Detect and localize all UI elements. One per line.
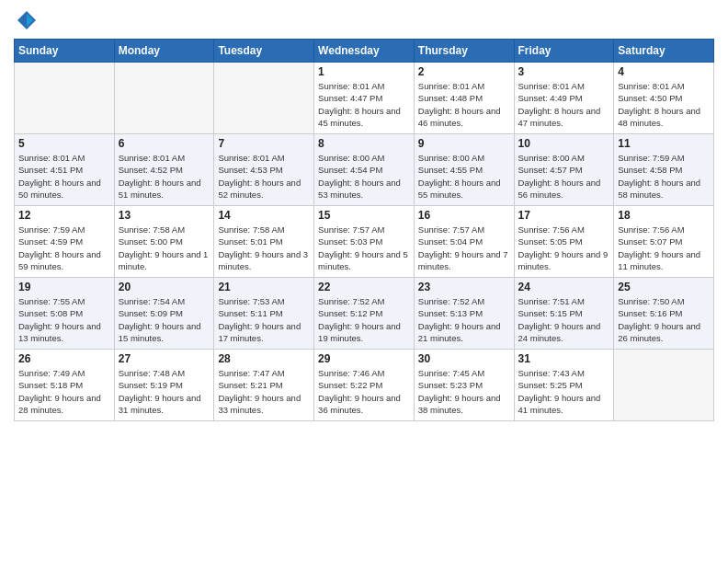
day-info: Sunrise: 7:55 AM Sunset: 5:08 PM Dayligh… bbox=[18, 295, 110, 344]
day-number: 27 bbox=[119, 352, 210, 365]
calendar-cell: 16Sunrise: 7:57 AM Sunset: 5:04 PM Dayli… bbox=[414, 206, 514, 278]
day-number: 28 bbox=[218, 352, 310, 365]
calendar: SundayMondayTuesdayWednesdayThursdayFrid… bbox=[14, 39, 714, 421]
calendar-cell: 22Sunrise: 7:52 AM Sunset: 5:12 PM Dayli… bbox=[314, 278, 415, 350]
calendar-cell: 31Sunrise: 7:43 AM Sunset: 5:25 PM Dayli… bbox=[514, 350, 614, 421]
calendar-cell: 15Sunrise: 7:57 AM Sunset: 5:03 PM Dayli… bbox=[314, 206, 415, 278]
calendar-cell: 21Sunrise: 7:53 AM Sunset: 5:11 PM Dayli… bbox=[214, 278, 314, 350]
day-info: Sunrise: 7:57 AM Sunset: 5:03 PM Dayligh… bbox=[318, 224, 410, 272]
calendar-cell: 6Sunrise: 8:01 AM Sunset: 4:52 PM Daylig… bbox=[114, 134, 214, 206]
day-info: Sunrise: 7:58 AM Sunset: 5:01 PM Dayligh… bbox=[218, 224, 310, 272]
day-number: 5 bbox=[18, 137, 110, 150]
day-number: 16 bbox=[418, 209, 510, 222]
calendar-cell bbox=[15, 63, 115, 134]
day-number: 18 bbox=[618, 209, 710, 222]
day-info: Sunrise: 7:51 AM Sunset: 5:15 PM Dayligh… bbox=[518, 295, 610, 344]
day-info: Sunrise: 7:49 AM Sunset: 5:18 PM Dayligh… bbox=[18, 367, 110, 416]
calendar-week-5: 26Sunrise: 7:49 AM Sunset: 5:18 PM Dayli… bbox=[15, 350, 714, 421]
calendar-cell: 12Sunrise: 7:59 AM Sunset: 4:59 PM Dayli… bbox=[15, 206, 115, 278]
day-info: Sunrise: 8:01 AM Sunset: 4:52 PM Dayligh… bbox=[119, 152, 210, 201]
day-number: 6 bbox=[119, 137, 210, 150]
calendar-cell bbox=[614, 350, 714, 421]
calendar-cell bbox=[214, 63, 314, 134]
day-info: Sunrise: 8:01 AM Sunset: 4:47 PM Dayligh… bbox=[318, 80, 410, 129]
day-info: Sunrise: 7:56 AM Sunset: 5:05 PM Dayligh… bbox=[518, 224, 610, 272]
calendar-cell: 27Sunrise: 7:48 AM Sunset: 5:19 PM Dayli… bbox=[114, 350, 214, 421]
day-number: 20 bbox=[119, 281, 210, 293]
day-number: 17 bbox=[518, 209, 610, 222]
calendar-cell: 9Sunrise: 8:00 AM Sunset: 4:55 PM Daylig… bbox=[414, 134, 514, 206]
calendar-cell: 7Sunrise: 8:01 AM Sunset: 4:53 PM Daylig… bbox=[214, 134, 314, 206]
calendar-cell: 10Sunrise: 8:00 AM Sunset: 4:57 PM Dayli… bbox=[514, 134, 614, 206]
day-number: 23 bbox=[418, 281, 510, 293]
day-number: 19 bbox=[18, 281, 110, 293]
calendar-cell: 29Sunrise: 7:46 AM Sunset: 5:22 PM Dayli… bbox=[314, 350, 415, 421]
calendar-cell: 13Sunrise: 7:58 AM Sunset: 5:00 PM Dayli… bbox=[114, 206, 214, 278]
day-number: 7 bbox=[218, 137, 310, 150]
weekday-header-monday: Monday bbox=[114, 40, 214, 63]
weekday-header-thursday: Thursday bbox=[414, 40, 514, 63]
day-number: 8 bbox=[318, 137, 410, 150]
day-number: 9 bbox=[418, 137, 510, 150]
day-number: 4 bbox=[618, 65, 710, 78]
day-number: 14 bbox=[218, 209, 310, 222]
calendar-cell: 17Sunrise: 7:56 AM Sunset: 5:05 PM Dayli… bbox=[514, 206, 614, 278]
calendar-cell: 28Sunrise: 7:47 AM Sunset: 5:21 PM Dayli… bbox=[214, 350, 314, 421]
day-number: 31 bbox=[518, 352, 610, 365]
calendar-cell: 3Sunrise: 8:01 AM Sunset: 4:49 PM Daylig… bbox=[514, 63, 614, 134]
day-number: 1 bbox=[318, 65, 410, 78]
day-info: Sunrise: 8:01 AM Sunset: 4:53 PM Dayligh… bbox=[218, 152, 310, 201]
day-number: 10 bbox=[518, 137, 610, 150]
calendar-week-4: 19Sunrise: 7:55 AM Sunset: 5:08 PM Dayli… bbox=[15, 278, 714, 350]
calendar-cell: 2Sunrise: 8:01 AM Sunset: 4:48 PM Daylig… bbox=[414, 63, 514, 134]
day-info: Sunrise: 7:52 AM Sunset: 5:12 PM Dayligh… bbox=[318, 295, 410, 344]
day-info: Sunrise: 7:56 AM Sunset: 5:07 PM Dayligh… bbox=[618, 224, 710, 272]
calendar-cell: 24Sunrise: 7:51 AM Sunset: 5:15 PM Dayli… bbox=[514, 278, 614, 350]
day-number: 29 bbox=[318, 352, 410, 365]
day-number: 12 bbox=[18, 209, 110, 222]
calendar-cell: 4Sunrise: 8:01 AM Sunset: 4:50 PM Daylig… bbox=[614, 63, 714, 134]
day-info: Sunrise: 8:00 AM Sunset: 4:54 PM Dayligh… bbox=[318, 152, 410, 201]
page: SundayMondayTuesdayWednesdayThursdayFrid… bbox=[0, 0, 728, 563]
day-info: Sunrise: 8:01 AM Sunset: 4:48 PM Dayligh… bbox=[418, 80, 510, 129]
day-info: Sunrise: 7:47 AM Sunset: 5:21 PM Dayligh… bbox=[218, 367, 310, 416]
weekday-header-row: SundayMondayTuesdayWednesdayThursdayFrid… bbox=[15, 40, 714, 63]
calendar-cell: 25Sunrise: 7:50 AM Sunset: 5:16 PM Dayli… bbox=[614, 278, 714, 350]
day-info: Sunrise: 7:50 AM Sunset: 5:16 PM Dayligh… bbox=[618, 295, 710, 344]
calendar-cell: 20Sunrise: 7:54 AM Sunset: 5:09 PM Dayli… bbox=[114, 278, 214, 350]
day-info: Sunrise: 7:58 AM Sunset: 5:00 PM Dayligh… bbox=[119, 224, 210, 272]
day-info: Sunrise: 7:57 AM Sunset: 5:04 PM Dayligh… bbox=[418, 224, 510, 272]
day-number: 15 bbox=[318, 209, 410, 222]
weekday-header-sunday: Sunday bbox=[15, 40, 115, 63]
day-info: Sunrise: 8:01 AM Sunset: 4:51 PM Dayligh… bbox=[18, 152, 110, 201]
day-info: Sunrise: 7:48 AM Sunset: 5:19 PM Dayligh… bbox=[119, 367, 210, 416]
day-number: 26 bbox=[18, 352, 110, 365]
day-info: Sunrise: 7:52 AM Sunset: 5:13 PM Dayligh… bbox=[418, 295, 510, 344]
calendar-cell: 19Sunrise: 7:55 AM Sunset: 5:08 PM Dayli… bbox=[15, 278, 115, 350]
calendar-week-2: 5Sunrise: 8:01 AM Sunset: 4:51 PM Daylig… bbox=[15, 134, 714, 206]
calendar-cell: 8Sunrise: 8:00 AM Sunset: 4:54 PM Daylig… bbox=[314, 134, 415, 206]
day-number: 22 bbox=[318, 281, 410, 293]
calendar-cell: 11Sunrise: 7:59 AM Sunset: 4:58 PM Dayli… bbox=[614, 134, 714, 206]
day-info: Sunrise: 7:59 AM Sunset: 4:58 PM Dayligh… bbox=[618, 152, 710, 201]
calendar-cell bbox=[114, 63, 214, 134]
day-info: Sunrise: 7:54 AM Sunset: 5:09 PM Dayligh… bbox=[119, 295, 210, 344]
day-info: Sunrise: 7:43 AM Sunset: 5:25 PM Dayligh… bbox=[518, 367, 610, 416]
calendar-week-3: 12Sunrise: 7:59 AM Sunset: 4:59 PM Dayli… bbox=[15, 206, 714, 278]
logo-icon bbox=[16, 9, 38, 31]
day-number: 13 bbox=[119, 209, 210, 222]
day-info: Sunrise: 7:59 AM Sunset: 4:59 PM Dayligh… bbox=[18, 224, 110, 272]
weekday-header-wednesday: Wednesday bbox=[314, 40, 415, 63]
day-number: 11 bbox=[618, 137, 710, 150]
calendar-cell: 26Sunrise: 7:49 AM Sunset: 5:18 PM Dayli… bbox=[15, 350, 115, 421]
header bbox=[14, 9, 714, 31]
calendar-cell: 5Sunrise: 8:01 AM Sunset: 4:51 PM Daylig… bbox=[15, 134, 115, 206]
weekday-header-saturday: Saturday bbox=[614, 40, 714, 63]
day-info: Sunrise: 7:45 AM Sunset: 5:23 PM Dayligh… bbox=[418, 367, 510, 416]
day-info: Sunrise: 8:01 AM Sunset: 4:50 PM Dayligh… bbox=[618, 80, 710, 129]
calendar-cell: 23Sunrise: 7:52 AM Sunset: 5:13 PM Dayli… bbox=[414, 278, 514, 350]
calendar-cell: 30Sunrise: 7:45 AM Sunset: 5:23 PM Dayli… bbox=[414, 350, 514, 421]
day-info: Sunrise: 8:00 AM Sunset: 4:57 PM Dayligh… bbox=[518, 152, 610, 201]
day-info: Sunrise: 7:46 AM Sunset: 5:22 PM Dayligh… bbox=[318, 367, 410, 416]
calendar-cell: 1Sunrise: 8:01 AM Sunset: 4:47 PM Daylig… bbox=[314, 63, 415, 134]
